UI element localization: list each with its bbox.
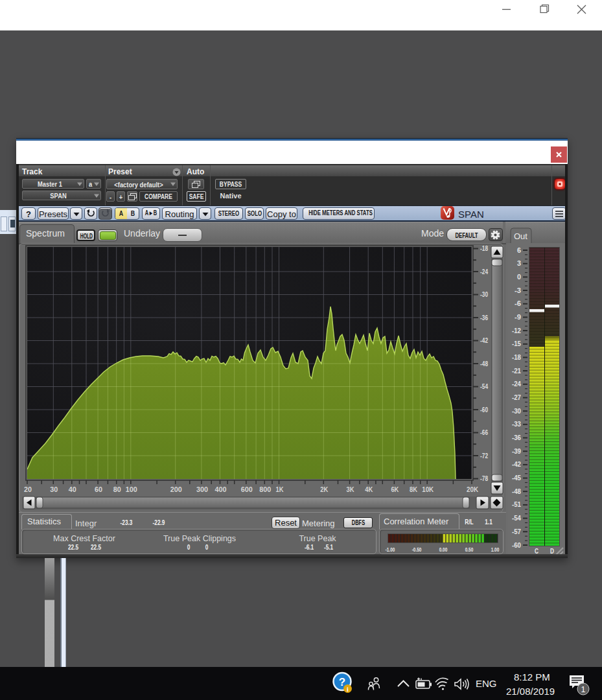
svg-text:-33: -33 [512,421,521,428]
svg-text:-66: -66 [480,429,488,436]
svg-text:6: 6 [517,247,521,254]
svg-text:60: 60 [95,486,102,493]
svg-text:-9: -9 [515,314,521,321]
svg-text:6K: 6K [391,486,399,493]
svg-text:-48: -48 [512,488,521,495]
svg-text:0: 0 [517,274,521,281]
svg-text:80: 80 [113,486,121,493]
svg-text:400: 400 [215,486,227,493]
svg-text:-42: -42 [512,461,521,468]
svg-text:20: 20 [24,486,32,493]
svg-text:40: 40 [69,486,76,493]
svg-text:-3: -3 [515,287,521,294]
svg-text:-30: -30 [480,291,488,298]
svg-text:-60: -60 [512,542,521,549]
svg-text:-72: -72 [480,452,488,460]
svg-text:-6: -6 [515,300,521,307]
svg-text:-39: -39 [512,448,521,455]
svg-text:-60: -60 [480,406,488,414]
svg-text:-36: -36 [512,434,521,441]
svg-text:3K: 3K [347,486,355,493]
svg-text:i: i [347,686,349,693]
svg-text:-48: -48 [480,360,488,368]
svg-text:-18: -18 [512,354,521,361]
svg-text:30: 30 [50,486,58,493]
svg-text:-24: -24 [480,268,488,275]
svg-text:4K: 4K [365,486,373,493]
svg-text:600: 600 [241,486,253,493]
svg-text:800: 800 [259,486,271,493]
svg-text:-54: -54 [512,515,521,522]
svg-text:-24: -24 [512,380,521,388]
svg-text:2K: 2K [320,486,329,493]
svg-text:100: 100 [126,486,137,493]
svg-text:-15: -15 [512,340,521,347]
svg-text:-51: -51 [512,501,521,508]
svg-text:1K: 1K [276,486,284,493]
svg-text:300: 300 [196,486,208,493]
svg-text:-54: -54 [480,383,488,390]
svg-text:-36: -36 [480,314,488,321]
svg-text:3: 3 [517,260,521,267]
svg-text:-45: -45 [512,474,521,482]
svg-text:-30: -30 [512,408,521,415]
svg-text:-12: -12 [512,327,521,334]
svg-text:8K: 8K [410,486,418,493]
svg-text:20K: 20K [467,486,479,493]
svg-text:-78: -78 [480,475,488,482]
svg-text:-27: -27 [512,394,521,401]
svg-text:-42: -42 [480,337,488,344]
svg-text:-21: -21 [512,368,521,375]
svg-text:1: 1 [581,685,586,694]
svg-text:200: 200 [170,486,182,493]
svg-text:10K: 10K [422,486,434,493]
svg-text:-57: -57 [512,528,521,535]
svg-text:-18: -18 [480,245,488,252]
svg-text:Out: Out [514,231,527,241]
